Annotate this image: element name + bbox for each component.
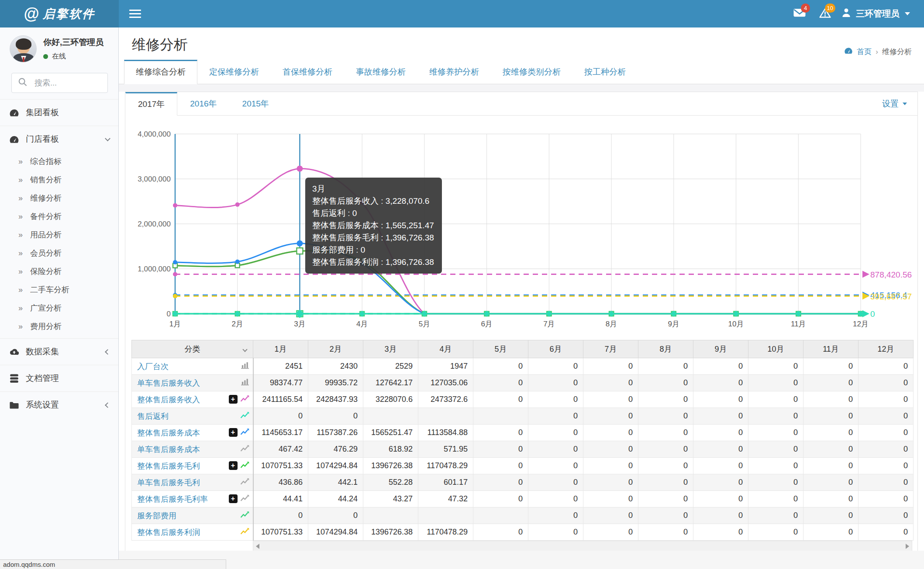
angle-double-right-icon: »	[18, 304, 23, 313]
sidebar-subitem-label: 广宣分析	[30, 303, 62, 313]
table-cell: 0	[748, 391, 803, 408]
row-label-link[interactable]: 整体售后服务利润	[137, 527, 200, 538]
angle-double-right-icon: »	[18, 230, 23, 240]
row-label-link[interactable]: 单车售后服务毛利	[137, 477, 200, 488]
scroll-right-arrow[interactable]	[906, 544, 909, 549]
messages-button[interactable]: 4	[787, 0, 812, 27]
gauge-icon	[844, 47, 853, 57]
bar-chart-icon[interactable]	[241, 361, 249, 371]
line-chart-icon[interactable]	[240, 461, 249, 471]
search-input[interactable]	[34, 78, 99, 88]
table-cell: 0	[693, 391, 748, 408]
row-label-link[interactable]: 整体售后服务成本	[137, 428, 200, 438]
expand-plus-icon[interactable]: +	[229, 395, 238, 404]
table-cell: 0	[748, 441, 803, 458]
sidebar-subitem-1[interactable]: » 销售分析	[0, 171, 118, 189]
sidebar-toggle-button[interactable]	[119, 0, 146, 27]
row-label-link[interactable]: 整体售后服务毛利	[137, 461, 200, 471]
main-tab-0[interactable]: 维修综合分析	[124, 60, 197, 84]
category-header-cell[interactable]: 分类	[132, 340, 253, 358]
table-cell: 0	[638, 507, 693, 524]
table-cell: 1074294.84	[308, 458, 363, 474]
table-cell: 2473372.6	[418, 391, 473, 408]
year-tab-2[interactable]: 2015年	[230, 92, 282, 116]
main-tab-4[interactable]: 维修养护分析	[417, 60, 491, 84]
user-menu[interactable]: 三环管理员	[838, 0, 914, 27]
row-label-link[interactable]: 单车售后服务收入	[137, 378, 200, 388]
expand-plus-icon[interactable]: +	[229, 461, 238, 470]
table-cell: 0	[748, 358, 803, 375]
sidebar-item-label: 系统设置	[26, 399, 59, 411]
table-h-scrollbar[interactable]	[253, 541, 912, 552]
gauge-icon	[9, 135, 19, 144]
expand-plus-icon[interactable]: +	[229, 494, 238, 503]
row-label-link[interactable]: 服务部费用	[137, 511, 176, 521]
table-cell: 1947	[418, 358, 473, 375]
line-chart-icon[interactable]	[240, 494, 249, 504]
year-tab-1[interactable]: 2016年	[177, 92, 229, 116]
sidebar-greeting: 你好,三环管理员	[43, 37, 103, 48]
sidebar-subitem-7[interactable]: » 二手车分析	[0, 281, 118, 299]
folder-icon	[9, 401, 19, 409]
table-cell: 0	[308, 507, 363, 524]
main-tab-5[interactable]: 按维修类别分析	[491, 60, 572, 84]
year-tab-0[interactable]: 2017年	[125, 92, 177, 116]
table-cell: 0	[638, 358, 693, 375]
main-tab-2[interactable]: 首保维修分析	[271, 60, 344, 84]
line-chart-icon[interactable]	[240, 511, 249, 521]
sidebar-subitem-8[interactable]: » 广宣分析	[0, 299, 118, 317]
table-cell: 0	[473, 358, 528, 375]
table-row-7: 单车售后服务毛利 436.86442.1552.28601.1700000000	[132, 474, 914, 491]
sidebar-subitem-6[interactable]: » 保险分析	[0, 262, 118, 281]
tooltip-entry: 整体售后服务成本 : 1,565,251.47	[312, 219, 434, 232]
svg-text:10月: 10月	[728, 320, 744, 328]
table-cell: 98374.77	[253, 375, 308, 391]
search-icon	[18, 77, 28, 89]
line-chart-icon[interactable]	[240, 478, 249, 487]
row-label-link[interactable]: 入厂台次	[137, 361, 169, 372]
table-row-6: 整体售后服务毛利 +1070751.331074294.841396726.38…	[132, 458, 914, 474]
breadcrumb-home-link[interactable]: 首页	[857, 47, 872, 57]
row-label-link[interactable]: 整体售后服务毛利率	[137, 494, 208, 504]
line-chart-icon[interactable]	[240, 395, 249, 404]
sidebar-subitem-5[interactable]: » 会员分析	[0, 244, 118, 262]
table-cell: 0	[858, 458, 914, 474]
row-label-link[interactable]: 整体售后服务收入	[137, 394, 200, 405]
row-label-link[interactable]: 售后返利	[137, 411, 169, 422]
sidebar-subitem-0[interactable]: » 综合指标	[0, 152, 118, 171]
sidebar-item-3[interactable]: 文档管理	[0, 365, 118, 391]
app-logo[interactable]: @ 启擎软件	[0, 0, 119, 27]
sidebar-subitem-2[interactable]: » 维修分析	[0, 189, 118, 207]
table-cell: 0	[858, 408, 914, 425]
bar-chart-icon[interactable]	[241, 378, 249, 388]
table-cell: 2428437.93	[308, 391, 363, 408]
line-chart-icon[interactable]	[240, 411, 249, 421]
sidebar-item-label: 集团看板	[26, 107, 59, 118]
sidebar-item-1[interactable]: 门店看板	[0, 126, 118, 152]
sidebar-subitem-9[interactable]: » 费用分析	[0, 317, 118, 336]
main-tab-1[interactable]: 定保维修分析	[197, 60, 271, 84]
sidebar-item-2[interactable]: 数据采集	[0, 338, 118, 365]
settings-dropdown[interactable]: 设置	[882, 92, 917, 115]
scroll-left-arrow[interactable]	[256, 544, 259, 549]
alerts-button[interactable]: 10	[812, 0, 838, 27]
line-chart-icon[interactable]	[240, 445, 249, 454]
sidebar-item-4[interactable]: 系统设置	[0, 391, 118, 418]
expand-plus-icon[interactable]: +	[229, 428, 238, 437]
main-tab-3[interactable]: 事故维修分析	[344, 60, 417, 84]
table-cell: 0	[638, 391, 693, 408]
main-tab-bar: 维修综合分析定保维修分析首保维修分析事故维修分析维修养护分析按维修类别分析按工种…	[119, 60, 924, 84]
line-chart[interactable]: 01,000,0002,000,0003,000,0004,000,0001月2…	[131, 126, 917, 333]
cloud-icon	[9, 348, 19, 356]
sidebar-item-0[interactable]: 集团看板	[0, 99, 118, 126]
table-cell: 0	[803, 474, 858, 491]
table-cell: 2430	[308, 358, 363, 375]
row-label-link[interactable]: 单车售后服务成本	[137, 444, 200, 455]
line-chart-icon[interactable]	[240, 428, 249, 438]
sidebar-subitem-4[interactable]: » 用品分析	[0, 226, 118, 244]
sidebar-subitem-3[interactable]: » 备件分析	[0, 207, 118, 226]
line-chart-icon[interactable]	[240, 528, 249, 537]
monthly-data-table: 分类 1月2月3月4月5月6月7月8月9月10月11月12月 入厂台次 2451…	[131, 340, 914, 541]
main-tab-6[interactable]: 按工种分析	[572, 60, 638, 84]
table-cell: 0	[803, 441, 858, 458]
